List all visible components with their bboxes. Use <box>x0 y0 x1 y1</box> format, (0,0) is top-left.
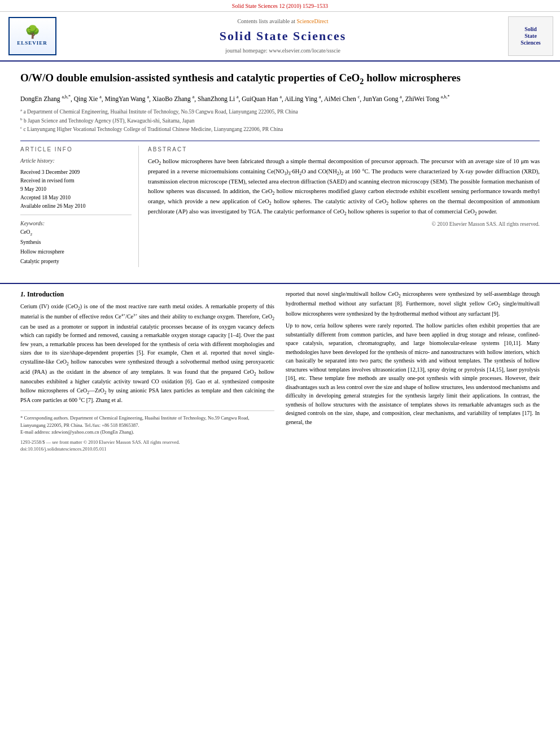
email-footnote: E-mail address: zdewion@yahoo.com.cn (Do… <box>20 429 274 436</box>
citation-text: Solid State Sciences 12 (2010) 1529–1533 <box>232 3 328 9</box>
received-revised-label: Received in revised form <box>20 177 132 185</box>
article-title: O/W/O double emulsion-assisted synthesis… <box>20 71 540 87</box>
journal-center: Contents lists available at ScienceDirec… <box>58 18 508 55</box>
body-right-column: reported that novel single/multiwall hol… <box>286 290 540 453</box>
available-online: Available online 26 May 2010 <box>20 202 132 211</box>
received-revised-date: 9 May 2010 <box>20 185 132 194</box>
history-label: Article history: <box>20 157 132 165</box>
affiliation-a: a a Department of Chemical Engineering, … <box>20 107 540 116</box>
accepted-date: Accepted 18 May 2010 <box>20 194 132 202</box>
abstract-text: CeO2 hollow microspheres have been fabri… <box>148 157 540 218</box>
issn-line: 1293-2558/$ — see front matter © 2010 El… <box>20 439 274 453</box>
sss-line2: State <box>520 33 541 40</box>
sss-logo-text: Solid State Sciences <box>520 26 541 46</box>
section-number: 1. <box>20 290 25 298</box>
info-divider <box>20 215 132 215</box>
intro-heading: 1. Introduction <box>20 290 274 299</box>
affiliation-b: b b Japan Science and Technology Agency … <box>20 116 540 125</box>
footnote-section: * Corresponding authors. Department of C… <box>20 410 274 436</box>
issn-text: 1293-2558/$ — see front matter © 2010 El… <box>20 439 180 445</box>
journal-title: Solid State Sciences <box>69 28 497 45</box>
copyright-line: © 2010 Elsevier Masson SAS. All rights r… <box>148 221 540 228</box>
keyword-1: CeO2 <box>20 228 132 238</box>
body-columns: 1. Introduction Cerium (IV) oxide (CeO2)… <box>20 290 540 453</box>
abstract-heading: ABSTRACT <box>148 146 540 154</box>
article-info-column: ARTICLE INFO Article history: Received 3… <box>20 146 139 267</box>
sss-line3: Sciences <box>520 40 541 46</box>
keyword-2: Synthesis <box>20 238 132 247</box>
journal-citation-bar: Solid State Sciences 12 (2010) 1529–1533 <box>0 0 560 12</box>
affiliation-c: c c Lianyungang Higher Vocational Techno… <box>20 125 540 133</box>
doi-text: doi:10.1016/j.solidstatesciences.2010.05… <box>20 446 106 452</box>
corresponding-footnote: * Corresponding authors. Department of C… <box>20 414 274 429</box>
elsevier-logo-area: 🌳 ELSEVIER <box>7 16 58 56</box>
tree-icon: 🌳 <box>25 26 40 38</box>
keywords-label: Keywords: <box>20 220 132 228</box>
abstract-column: ABSTRACT CeO2 hollow microspheres have b… <box>148 146 540 267</box>
keyword-3: Hollow microsphere <box>20 247 132 257</box>
elsevier-brand: ELSEVIER <box>17 40 47 47</box>
sss-logo: Solid State Sciences <box>508 16 553 56</box>
info-abstract-columns: ARTICLE INFO Article history: Received 3… <box>20 141 540 267</box>
journal-homepage[interactable]: journal homepage: www.elsevier.com/locat… <box>69 47 497 55</box>
right-paragraph-1: reported that novel single/multiwall hol… <box>286 290 540 318</box>
article-content: O/W/O double emulsion-assisted synthesis… <box>0 62 560 276</box>
right-paragraph-2: Up to now, ceria hollow spheres were rar… <box>286 321 540 426</box>
keywords-section: Keywords: CeO2 Synthesis Hollow microsph… <box>20 220 132 267</box>
received-date: Received 3 December 2009 <box>20 168 132 177</box>
body-content: 1. Introduction Cerium (IV) oxide (CeO2)… <box>0 283 560 462</box>
sciencedirect-link[interactable]: Contents lists available at ScienceDirec… <box>69 18 497 25</box>
sss-line1: Solid <box>520 26 541 33</box>
body-left-column: 1. Introduction Cerium (IV) oxide (CeO2)… <box>20 290 274 453</box>
contents-label: Contents lists available at <box>237 18 295 24</box>
elsevier-logo: 🌳 ELSEVIER <box>8 17 56 55</box>
authors-line: DongEn Zhang a,b,*, Qing Xie a, MingYan … <box>20 94 540 104</box>
sciencedirect-brand[interactable]: ScienceDirect <box>296 18 328 24</box>
journal-header: 🌳 ELSEVIER Contents lists available at S… <box>0 12 560 62</box>
keyword-4: Catalytic property <box>20 257 132 267</box>
intro-paragraph-1: Cerium (IV) oxide (CeO2) is one of the m… <box>20 302 274 404</box>
article-info-heading: ARTICLE INFO <box>20 146 132 154</box>
affiliations: a a Department of Chemical Engineering, … <box>20 107 540 133</box>
